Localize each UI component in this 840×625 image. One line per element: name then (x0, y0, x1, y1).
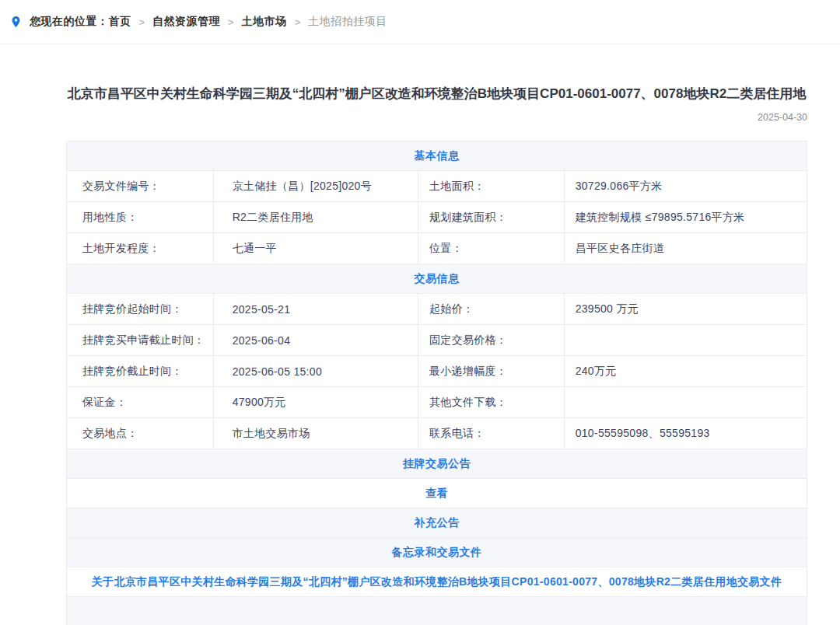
field-label: 挂牌竞买申请截止时间： (67, 325, 213, 355)
field-value: 建筑控制规模 ≤79895.5716平方米 (564, 202, 807, 232)
breadcrumb-separator: > (139, 16, 145, 28)
breadcrumb-separator: > (228, 16, 234, 28)
field-value: 239500 万元 (564, 294, 807, 324)
field-label: 交易文件编号： (67, 171, 213, 201)
section-header-row: 基本信息 (67, 141, 807, 171)
table-row: 保证金：47900万元其他文件下载： (67, 387, 807, 418)
table-row: 挂牌竞价起始时间：2025-05-21起始价：239500 万元 (67, 294, 807, 325)
field-label: 联系电话： (418, 418, 564, 449)
section-title: 基本信息 (415, 149, 460, 163)
info-table: 基本信息交易文件编号：京土储挂（昌）[2025]020号土地面积：30729.0… (66, 141, 807, 625)
field-value: 七通一平 (213, 233, 418, 264)
section-title: 补充公告 (415, 516, 460, 530)
field-value: 昌平区史各庄街道 (564, 233, 807, 264)
breadcrumb-bar: 您现在的位置： 首页>自然资源管理>土地市场>土地招拍挂项目 (0, 0, 840, 44)
section-title: 挂牌交易公告 (403, 457, 471, 471)
field-label: 起始价： (418, 294, 564, 324)
publish-date: 2025-04-30 (66, 112, 807, 123)
section-title: 交易信息 (415, 272, 460, 286)
breadcrumb-label: 您现在的位置： (30, 15, 109, 29)
table-row: 挂牌竞买申请截止时间：2025-06-04固定交易价格： (67, 325, 807, 356)
document-link-row: 查看 (67, 479, 807, 508)
document-link[interactable]: 关于北京市昌平区中关村生命科学园三期及“北四村”棚户区改造和环境整治B地块项目C… (92, 575, 782, 589)
breadcrumb: 首页>自然资源管理>土地市场>土地招拍挂项目 (109, 15, 387, 29)
page-title: 北京市昌平区中关村生命科学园三期及“北四村”棚户区改造和环境整治B地块项目CP0… (66, 83, 807, 105)
field-label: 最小递增幅度： (418, 356, 564, 386)
field-value: 240万元 (564, 356, 807, 386)
section-header-row: 挂牌交易公告 (67, 449, 807, 479)
field-value: 京土储挂（昌）[2025]020号 (213, 171, 418, 201)
field-label: 挂牌竞价截止时间： (67, 356, 213, 386)
breadcrumb-item-4: 土地招拍挂项目 (308, 15, 387, 29)
field-value: 30729.066平方米 (564, 171, 807, 201)
field-label: 规划建筑面积： (418, 202, 564, 232)
field-value: 2025-06-04 (213, 325, 418, 355)
breadcrumb-item-3[interactable]: 土地市场 (242, 15, 287, 29)
section-header-row: 补充公告 (67, 508, 807, 538)
field-label: 其他文件下载： (418, 387, 564, 417)
field-value (564, 387, 807, 417)
field-label: 交易地点： (67, 418, 213, 449)
table-row: 土地开发程度：七通一平位置：昌平区史各庄街道 (67, 233, 807, 264)
table-row: 用地性质：R2二类居住用地规划建筑面积：建筑控制规模 ≤79895.5716平方… (67, 202, 807, 233)
field-value: R2二类居住用地 (213, 202, 418, 232)
field-label: 土地开发程度： (67, 233, 213, 264)
document-link[interactable]: 查看 (425, 487, 448, 501)
field-value: 2025-05-21 (213, 294, 418, 324)
section-header-row: 备忘录和交易文件 (67, 538, 807, 567)
field-value: 010-55595098、55595193 (564, 418, 807, 449)
field-value: 47900万元 (213, 387, 418, 417)
content-area: 北京市昌平区中关村生命科学园三期及“北四村”棚户区改造和环境整治B地块项目CP0… (66, 83, 807, 625)
section-title: 备忘录和交易文件 (392, 546, 482, 560)
table-row: 交易文件编号：京土储挂（昌）[2025]020号土地面积：30729.066平方… (67, 171, 807, 202)
field-value (564, 325, 807, 355)
document-link-row: 关于北京市昌平区中关村生命科学园三期及“北四村”棚户区改造和环境整治B地块项目C… (67, 567, 807, 597)
field-label: 保证金： (67, 387, 213, 417)
breadcrumb-item-1[interactable]: 首页 (109, 15, 131, 29)
field-value: 2025-06-05 15:00 (213, 356, 418, 386)
field-value: 市土地交易市场 (213, 418, 418, 449)
section-header-row: 交易信息 (67, 264, 807, 294)
field-label: 土地面积： (418, 171, 564, 201)
table-row: 挂牌竞价截止时间：2025-06-05 15:00最小递增幅度：240万元 (67, 356, 807, 387)
location-pin-icon (9, 14, 23, 30)
breadcrumb-item-2[interactable]: 自然资源管理 (152, 15, 220, 29)
field-label: 位置： (418, 233, 564, 264)
field-label: 固定交易价格： (418, 325, 564, 355)
section-header-row (67, 597, 807, 625)
field-label: 用地性质： (67, 202, 213, 232)
breadcrumb-separator: > (295, 16, 301, 28)
field-label: 挂牌竞价起始时间： (67, 294, 213, 324)
table-row: 交易地点：市土地交易市场联系电话：010-55595098、55595193 (67, 418, 807, 449)
